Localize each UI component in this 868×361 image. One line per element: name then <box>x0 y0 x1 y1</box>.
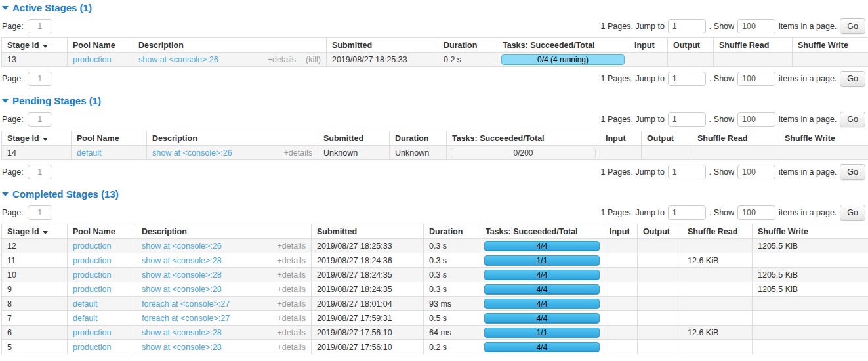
details-toggle[interactable]: +details <box>278 256 306 265</box>
pool-name-link[interactable]: production <box>73 256 111 265</box>
column-header-label: Pool Name <box>77 134 119 143</box>
pool-name-link[interactable]: default <box>77 148 102 158</box>
column-header-shuffle-write[interactable]: Shuffle Write <box>779 131 868 146</box>
column-header-submitted[interactable]: Submitted <box>312 224 424 239</box>
description-link[interactable]: foreach at <console>:27 <box>142 314 230 323</box>
cell-output <box>638 326 682 340</box>
go-button[interactable]: Go <box>840 18 865 34</box>
page-number-input[interactable] <box>28 205 52 220</box>
column-header-output[interactable]: Output <box>642 131 692 146</box>
table-row: 14 default show at <console>:26 +details… <box>2 146 868 160</box>
pool-name-link[interactable]: production <box>73 285 111 294</box>
description-link[interactable]: show at <console>:26 <box>138 55 218 64</box>
column-header-label: Shuffle Read <box>719 41 769 50</box>
details-toggle[interactable]: +details <box>284 148 312 158</box>
jump-to-input[interactable] <box>668 112 706 127</box>
jump-to-input[interactable] <box>668 205 706 220</box>
column-header-input[interactable]: Input <box>604 224 638 239</box>
section-heading[interactable]: Active Stages (1) <box>2 2 865 13</box>
column-header-stage-id[interactable]: Stage Id <box>2 224 68 239</box>
description-link[interactable]: show at <console>:28 <box>142 285 222 294</box>
column-header-tasks-succeeded-total[interactable]: Tasks: Succeeded/Total <box>447 131 600 146</box>
description-link[interactable]: foreach at <console>:27 <box>142 299 230 308</box>
show-count-input[interactable] <box>737 205 775 220</box>
pool-name-link[interactable]: default <box>73 299 98 308</box>
column-header-shuffle-read[interactable]: Shuffle Read <box>714 38 793 53</box>
show-count-input[interactable] <box>737 19 775 33</box>
cell-submitted: 2019/08/27 18:01:04 <box>312 297 424 311</box>
cell-description: show at <console>:26 +details <box>147 146 318 160</box>
pool-name-link[interactable]: production <box>73 270 111 280</box>
column-header-pool-name[interactable]: Pool Name <box>68 38 133 53</box>
cell-submitted: 2019/08/27 18:25:33 <box>327 53 438 67</box>
cell-input <box>604 340 638 354</box>
column-header-pool-name[interactable]: Pool Name <box>68 224 136 239</box>
show-count-input[interactable] <box>737 72 775 86</box>
go-button[interactable]: Go <box>840 71 865 87</box>
pool-name-link[interactable]: default <box>73 314 98 323</box>
description-link[interactable]: show at <console>:28 <box>142 328 222 337</box>
tasks-progress-bar: 0/200 <box>451 148 596 158</box>
description-link[interactable]: show at <console>:26 <box>152 148 232 158</box>
page-number-input[interactable] <box>28 72 52 86</box>
column-header-pool-name[interactable]: Pool Name <box>72 131 147 146</box>
cell-tasks: 1/1 <box>480 326 604 340</box>
jump-to-input[interactable] <box>668 19 706 33</box>
column-header-shuffle-write[interactable]: Shuffle Write <box>753 224 868 239</box>
details-toggle[interactable]: +details <box>278 242 306 251</box>
description-link[interactable]: show at <console>:28 <box>142 270 222 280</box>
section-heading[interactable]: Pending Stages (1) <box>2 95 865 106</box>
show-count-input[interactable] <box>737 165 775 179</box>
column-header-duration[interactable]: Duration <box>390 131 447 146</box>
description-link[interactable]: show at <console>:28 <box>142 256 222 265</box>
show-count-input[interactable] <box>737 112 775 127</box>
column-header-input[interactable]: Input <box>600 131 642 146</box>
column-header-input[interactable]: Input <box>629 38 668 53</box>
page-number-input[interactable] <box>28 112 52 127</box>
pool-name-link[interactable]: production <box>73 343 111 352</box>
column-header-description[interactable]: Description <box>133 38 327 53</box>
details-toggle[interactable]: +details <box>278 343 306 352</box>
column-header-shuffle-read[interactable]: Shuffle Read <box>692 131 779 146</box>
section-heading[interactable]: Completed Stages (13) <box>2 188 865 200</box>
column-header-tasks-succeeded-total[interactable]: Tasks: Succeeded/Total <box>497 38 629 53</box>
pool-name-link[interactable]: production <box>73 242 111 251</box>
pool-name-link[interactable]: production <box>73 55 111 64</box>
cell-shuffle-write <box>753 326 868 340</box>
column-header-tasks-succeeded-total[interactable]: Tasks: Succeeded/Total <box>480 224 604 239</box>
jump-to-input[interactable] <box>668 72 706 86</box>
details-toggle[interactable]: +details <box>278 285 306 294</box>
page-number-input[interactable] <box>28 165 52 179</box>
description-link[interactable]: show at <console>:26 <box>142 242 222 251</box>
column-header-submitted[interactable]: Submitted <box>327 38 438 53</box>
cell-duration: 0.3 s <box>424 268 480 282</box>
column-header-output[interactable]: Output <box>638 224 682 239</box>
column-header-description[interactable]: Description <box>147 131 318 146</box>
kill-link[interactable]: (kill) <box>306 55 321 64</box>
cell-description: show at <console>:28 +details <box>136 340 312 354</box>
column-header-stage-id[interactable]: Stage Id <box>2 131 72 146</box>
details-toggle[interactable]: +details <box>278 328 306 337</box>
column-header-shuffle-write[interactable]: Shuffle Write <box>793 38 868 53</box>
cell-shuffle-read <box>682 311 753 326</box>
column-header-output[interactable]: Output <box>668 38 714 53</box>
go-button[interactable]: Go <box>840 164 865 180</box>
details-toggle[interactable]: +details <box>278 299 306 308</box>
page-number-input[interactable] <box>28 19 52 33</box>
pool-name-link[interactable]: production <box>73 328 111 337</box>
column-header-duration[interactable]: Duration <box>438 38 497 53</box>
column-header-stage-id[interactable]: Stage Id <box>2 38 68 53</box>
column-header-shuffle-read[interactable]: Shuffle Read <box>682 224 753 239</box>
tasks-progress-bar: 4/4 <box>484 313 600 324</box>
column-header-duration[interactable]: Duration <box>424 224 480 239</box>
details-toggle[interactable]: +details <box>278 314 306 323</box>
column-header-description[interactable]: Description <box>136 224 312 239</box>
column-header-submitted[interactable]: Submitted <box>318 131 390 146</box>
description-link[interactable]: show at <console>:28 <box>142 343 222 352</box>
go-button[interactable]: Go <box>840 112 865 127</box>
jump-to-input[interactable] <box>668 165 706 179</box>
go-button[interactable]: Go <box>840 205 865 221</box>
details-toggle[interactable]: +details <box>268 55 296 64</box>
table-row: 10 production show at <console>:28 +deta… <box>2 268 868 282</box>
details-toggle[interactable]: +details <box>278 270 306 280</box>
